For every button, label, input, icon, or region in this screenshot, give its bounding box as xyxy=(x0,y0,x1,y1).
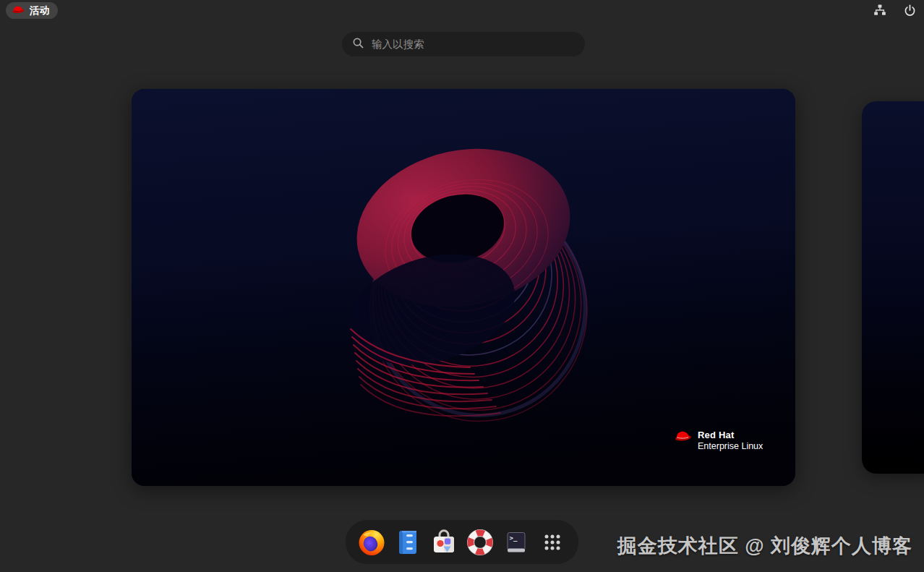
rhel-logo-subtitle: Enterprise Linux xyxy=(698,441,763,451)
dock-item-files[interactable] xyxy=(390,520,426,564)
dock-item-help[interactable] xyxy=(462,520,498,564)
watermark-text: 掘金技术社区 @ 刘俊辉个人博客 xyxy=(617,533,912,559)
search-placeholder: 输入以搜索 xyxy=(372,38,424,51)
app-grid-icon xyxy=(538,528,567,557)
top-bar: 活动 xyxy=(0,0,924,20)
workspace-preview-next[interactable] xyxy=(862,101,924,474)
activities-label: 活动 xyxy=(30,6,49,16)
rhel-logo: Red Hat Enterprise Linux xyxy=(674,429,763,451)
dock-item-software[interactable] xyxy=(426,520,462,564)
help-lifebuoy-icon xyxy=(466,528,495,557)
system-status-area xyxy=(873,3,917,20)
redhat-fedora-icon xyxy=(674,429,693,445)
gnome-activities-overview: 活动 xyxy=(0,0,924,572)
activities-button[interactable]: 活动 xyxy=(6,2,58,19)
dock-item-firefox[interactable] xyxy=(354,520,390,564)
redhat-fedora-icon xyxy=(12,4,25,17)
workspace-preview-main[interactable]: Red Hat Enterprise Linux xyxy=(132,89,795,486)
power-icon[interactable] xyxy=(903,4,917,20)
files-icon xyxy=(393,528,422,557)
firefox-icon xyxy=(357,528,386,557)
terminal-icon: >_ xyxy=(502,528,531,557)
rhel9-wallpaper xyxy=(132,89,795,486)
dock-item-terminal[interactable]: >_ xyxy=(498,520,534,564)
rhel-logo-title: Red Hat xyxy=(698,430,763,441)
dock: >_ xyxy=(346,520,578,564)
dock-item-app-grid[interactable] xyxy=(534,520,570,564)
svg-text:>_: >_ xyxy=(510,534,518,541)
software-icon xyxy=(429,528,458,557)
search-icon xyxy=(352,37,364,52)
search-bar[interactable]: 输入以搜索 xyxy=(342,32,585,56)
network-wired-icon[interactable] xyxy=(873,3,887,20)
